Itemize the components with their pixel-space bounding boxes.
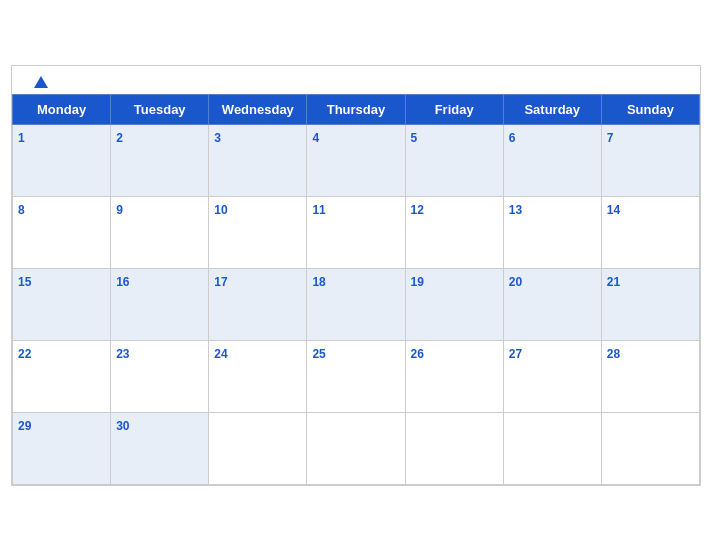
day-number: 10 — [214, 203, 227, 217]
day-cell: 17 — [209, 268, 307, 340]
day-cell: 29 — [13, 412, 111, 484]
week-row-3: 15161718192021 — [13, 268, 700, 340]
week-row-5: 2930 — [13, 412, 700, 484]
day-cell — [601, 412, 699, 484]
day-number: 1 — [18, 131, 25, 145]
day-cell: 22 — [13, 340, 111, 412]
day-number: 29 — [18, 419, 31, 433]
day-cell: 12 — [405, 196, 503, 268]
day-cell: 18 — [307, 268, 405, 340]
calendar-grid: MondayTuesdayWednesdayThursdayFridaySatu… — [12, 94, 700, 485]
day-number: 25 — [312, 347, 325, 361]
day-number: 16 — [116, 275, 129, 289]
day-number: 24 — [214, 347, 227, 361]
day-number: 11 — [312, 203, 325, 217]
day-cell: 21 — [601, 268, 699, 340]
day-cell: 14 — [601, 196, 699, 268]
day-cell — [209, 412, 307, 484]
day-number: 2 — [116, 131, 123, 145]
day-cell: 6 — [503, 124, 601, 196]
logo-triangle-icon — [34, 76, 48, 88]
day-cell: 11 — [307, 196, 405, 268]
weekday-wednesday: Wednesday — [209, 94, 307, 124]
day-number: 28 — [607, 347, 620, 361]
day-number: 20 — [509, 275, 522, 289]
day-cell — [405, 412, 503, 484]
day-cell: 5 — [405, 124, 503, 196]
day-number: 26 — [411, 347, 424, 361]
day-cell: 24 — [209, 340, 307, 412]
day-number: 5 — [411, 131, 418, 145]
weekday-header-row: MondayTuesdayWednesdayThursdayFridaySatu… — [13, 94, 700, 124]
day-number: 12 — [411, 203, 424, 217]
weekday-sunday: Sunday — [601, 94, 699, 124]
weekday-friday: Friday — [405, 94, 503, 124]
weekday-saturday: Saturday — [503, 94, 601, 124]
day-cell: 28 — [601, 340, 699, 412]
calendar-container: MondayTuesdayWednesdayThursdayFridaySatu… — [11, 65, 701, 486]
day-cell: 27 — [503, 340, 601, 412]
day-cell: 25 — [307, 340, 405, 412]
day-number: 7 — [607, 131, 614, 145]
day-cell: 4 — [307, 124, 405, 196]
day-number: 21 — [607, 275, 620, 289]
weekday-tuesday: Tuesday — [111, 94, 209, 124]
logo-area — [28, 76, 48, 88]
day-number: 13 — [509, 203, 522, 217]
day-cell: 3 — [209, 124, 307, 196]
day-cell: 15 — [13, 268, 111, 340]
day-cell: 7 — [601, 124, 699, 196]
day-cell: 13 — [503, 196, 601, 268]
day-cell: 16 — [111, 268, 209, 340]
day-number: 22 — [18, 347, 31, 361]
weekday-monday: Monday — [13, 94, 111, 124]
day-cell: 20 — [503, 268, 601, 340]
day-number: 6 — [509, 131, 516, 145]
day-number: 3 — [214, 131, 221, 145]
day-number: 14 — [607, 203, 620, 217]
day-cell: 1 — [13, 124, 111, 196]
day-number: 15 — [18, 275, 31, 289]
day-number: 23 — [116, 347, 129, 361]
day-number: 18 — [312, 275, 325, 289]
week-row-4: 22232425262728 — [13, 340, 700, 412]
day-number: 19 — [411, 275, 424, 289]
day-number: 8 — [18, 203, 25, 217]
day-number: 27 — [509, 347, 522, 361]
day-number: 17 — [214, 275, 227, 289]
day-cell — [307, 412, 405, 484]
day-cell: 30 — [111, 412, 209, 484]
week-row-1: 1234567 — [13, 124, 700, 196]
day-number: 4 — [312, 131, 319, 145]
day-cell: 26 — [405, 340, 503, 412]
day-number: 9 — [116, 203, 123, 217]
logo-text — [28, 76, 48, 88]
day-cell — [503, 412, 601, 484]
week-row-2: 891011121314 — [13, 196, 700, 268]
day-cell: 8 — [13, 196, 111, 268]
calendar-header — [12, 66, 700, 94]
weekday-thursday: Thursday — [307, 94, 405, 124]
day-cell: 19 — [405, 268, 503, 340]
day-cell: 9 — [111, 196, 209, 268]
day-number: 30 — [116, 419, 129, 433]
day-cell: 10 — [209, 196, 307, 268]
day-cell: 2 — [111, 124, 209, 196]
day-cell: 23 — [111, 340, 209, 412]
